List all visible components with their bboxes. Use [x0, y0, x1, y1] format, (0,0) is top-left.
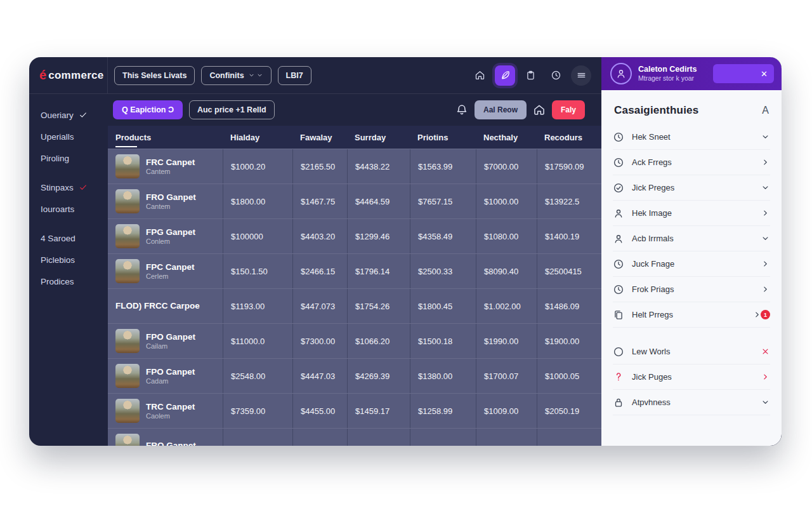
product-subtitle: Cantem — [146, 203, 196, 210]
panel-title-action[interactable]: A — [762, 105, 769, 116]
price-rule-button[interactable]: Auc price +1 Relld — [189, 100, 275, 119]
table-row[interactable]: FPC CanpetCerlem$150.1.50$2466.15$1796.1… — [108, 253, 601, 288]
table-row[interactable]: FPO GanpetCailam$11000.0$7300.00$1066.20… — [108, 323, 601, 358]
panel-item-atpvhness[interactable]: Atpvhness — [613, 390, 770, 415]
table-row[interactable]: FRO GanpetCantem$1800.00$1467.75$4464.59… — [108, 184, 601, 218]
panel-item-juck-fnage[interactable]: Juck Fnage — [613, 251, 770, 277]
price-cell: $1000.05 — [537, 359, 601, 393]
column-header-products[interactable]: Products — [108, 133, 223, 142]
sidebar-item-oueriary[interactable]: Oueriary — [41, 104, 102, 126]
price-cell: $1800.45 — [410, 289, 476, 323]
table-row[interactable]: FRC CanpetCantem$1000.20$2165.50$4438.22… — [108, 149, 601, 184]
sidebar-item-uperialls[interactable]: Uperialls — [41, 126, 102, 147]
price-cell: $2466.15 — [292, 254, 347, 288]
panel-item-acb-irrmals[interactable]: Acb Irrmals — [613, 226, 770, 251]
faly-button[interactable]: Faly — [552, 100, 585, 119]
product-thumbnail — [115, 364, 140, 388]
clock-icon — [551, 70, 561, 81]
configs-dropdown[interactable]: Confinits — [201, 66, 271, 85]
sidebar-item-stinpaxs[interactable]: Stinpaxs — [41, 177, 102, 198]
review-button[interactable]: Aal Reow — [475, 100, 527, 119]
sidebar-item-label: Oueriary — [41, 110, 74, 120]
product-cell: FRC CanpetCantem — [108, 149, 223, 184]
sales-livats-label: This Seles Livats — [122, 71, 187, 80]
panel-item-ack-frregs[interactable]: Ack Frregs — [613, 150, 770, 175]
chevron-down-icon — [761, 132, 770, 142]
home-icon-button[interactable] — [469, 65, 490, 86]
panel-close-button[interactable]: ✕ — [713, 64, 774, 83]
panel-item-trail — [761, 284, 770, 294]
panel-item-trail — [761, 347, 770, 356]
sidebar-item-prodices[interactable]: Prodices — [41, 271, 102, 292]
sidebar-nav: OueriaryUperiallsPirolingStinpaxsIouroar… — [29, 94, 108, 446]
table-row[interactable]: FRO Ganpet — [108, 428, 601, 446]
column-header-priotins[interactable]: Priotins — [410, 133, 476, 142]
price-cell: $1299.46 — [347, 219, 410, 253]
product-subtitle: Caolem — [146, 412, 195, 420]
panel-item-label: Hek Sneet — [632, 132, 671, 142]
sidebar-item-piroling[interactable]: Piroling — [41, 147, 102, 169]
table-row[interactable]: FPG GanpetConlem$100000$4403.20$1299.46$… — [108, 218, 601, 253]
product-text: FPG GanpetConlem — [146, 227, 195, 246]
column-header-necthaly[interactable]: Necthaly — [476, 133, 537, 142]
product-subtitle: Cantem — [146, 168, 195, 175]
panel-item-hek-sneet[interactable]: Hek Sneet — [613, 124, 770, 150]
clipboard-icon-button[interactable] — [520, 65, 540, 86]
price-cell: $2500415 — [537, 254, 601, 288]
panel-item-trail — [761, 234, 770, 243]
panel-item-frok-priags[interactable]: Frok Priags — [613, 277, 770, 302]
price-cell: $4464.59 — [347, 184, 410, 218]
product-thumbnail — [115, 399, 140, 423]
price-cell — [476, 429, 537, 446]
price-cell: $2165.50 — [292, 149, 347, 184]
bell-icon[interactable] — [455, 104, 468, 116]
table-row[interactable]: FPO CanpetCadam$2548.00$4447.03$4269.39$… — [108, 358, 601, 393]
chevron-down-icons — [248, 72, 263, 79]
column-header-hialday[interactable]: Hialday — [223, 133, 292, 142]
chevron-down-icon — [761, 234, 770, 243]
toolbar-right: Aal Reow Faly — [455, 100, 585, 119]
price-cell: $1990.00 — [476, 324, 537, 358]
feather-icon-button[interactable] — [495, 65, 515, 86]
panel-item-helt-prregs[interactable]: Helt Prregs1 — [613, 302, 770, 328]
price-cell: $1380.00 — [410, 359, 476, 393]
user-icon — [615, 68, 627, 79]
product-cell: FLOD) FRCC Carpoe — [108, 289, 223, 323]
panel-item-hek-image[interactable]: Hek Image — [613, 201, 770, 226]
menu-icon-button[interactable] — [571, 65, 591, 86]
column-header-recodurs[interactable]: Recodurs — [537, 133, 601, 142]
price-cell: $1193.00 — [223, 289, 292, 323]
table-row[interactable]: FLOD) FRCC Carpoe$1193.00$447.073$1754.2… — [108, 288, 601, 323]
column-header-surrday[interactable]: Surrday — [347, 133, 410, 142]
price-cell: $4358.49 — [410, 219, 476, 253]
panel-item-jick-puges[interactable]: Jick Puges — [613, 364, 770, 390]
price-rule-label: Auc price +1 Relld — [197, 105, 266, 114]
expectation-button[interactable]: Q Eapiction Ɔ — [113, 100, 183, 119]
lbi7-button[interactable]: LBI7 — [278, 66, 311, 85]
price-cell: $7300.00 — [292, 324, 347, 358]
brand-name: commerce — [48, 69, 103, 82]
table-row[interactable]: TRC CanpetCaolem$7359.00$4455.00$1459.17… — [108, 393, 601, 428]
sales-livats-button[interactable]: This Seles Livats — [114, 66, 195, 85]
price-cell: $447.073 — [292, 289, 347, 323]
home-icon[interactable] — [533, 104, 546, 116]
price-cell: $1258.99 — [410, 394, 476, 428]
product-subtitle: Cadam — [146, 377, 195, 385]
sidebar-item-4-saroed[interactable]: 4 Saroed — [41, 227, 102, 249]
panel-item-jick-preges[interactable]: Jick Preges — [613, 175, 770, 201]
menu-icon — [576, 70, 587, 81]
panel-item-lew-worls[interactable]: Lew Worls — [613, 339, 770, 364]
panel-item-trail — [761, 398, 770, 407]
price-cell: $1066.20 — [347, 324, 410, 358]
chevron-down-icon — [256, 72, 263, 79]
sidebar-item-piclebios[interactable]: Piclebios — [41, 249, 102, 271]
panel-item-label: Hek Image — [632, 208, 672, 218]
clock-icon — [613, 284, 624, 295]
panel-item-trail — [761, 259, 770, 269]
clock-icon-button[interactable] — [546, 65, 566, 86]
sidebar-item-iouroarts[interactable]: Iouroarts — [41, 198, 102, 220]
column-header-fawalay[interactable]: Fawalay — [292, 133, 347, 142]
product-cell: FPO GanpetCailam — [108, 324, 223, 358]
price-cell: $4438.22 — [347, 149, 410, 184]
panel-item-trail — [761, 132, 770, 142]
